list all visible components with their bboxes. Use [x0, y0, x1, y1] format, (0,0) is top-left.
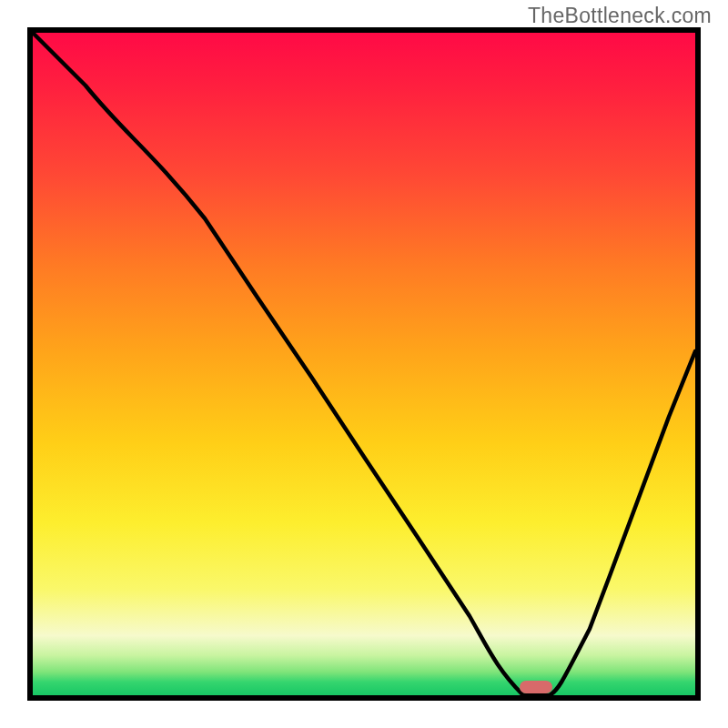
bottleneck-curve	[33, 33, 695, 695]
optimal-point-marker	[520, 681, 552, 693]
plot-frame	[27, 27, 701, 701]
watermark-text: TheBottleneck.com	[528, 4, 712, 28]
chart-stage: TheBottleneck.com	[0, 0, 728, 728]
